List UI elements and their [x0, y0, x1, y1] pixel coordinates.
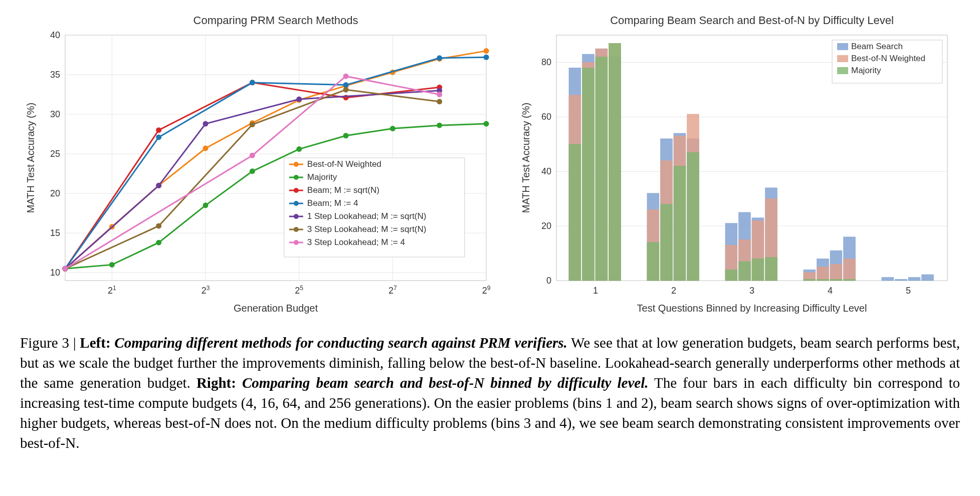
svg-text:Best-of-N Weighted: Best-of-N Weighted: [307, 159, 381, 169]
svg-rect-167: [922, 275, 934, 281]
svg-rect-161: [895, 279, 907, 281]
svg-rect-124: [660, 204, 672, 281]
svg-point-51: [156, 134, 161, 140]
svg-point-46: [156, 127, 161, 133]
svg-text:80: 80: [541, 57, 551, 67]
svg-point-55: [484, 55, 489, 60]
right-bar-chart: 02040608012345Comparing Beam Search and …: [516, 10, 957, 321]
svg-point-43: [437, 123, 442, 128]
svg-rect-155: [844, 259, 856, 281]
svg-point-78: [294, 175, 299, 180]
svg-text:20: 20: [50, 188, 60, 198]
svg-point-65: [437, 99, 442, 104]
figure-number: Figure 3: [20, 335, 69, 351]
svg-point-93: [294, 240, 299, 245]
svg-point-69: [437, 92, 442, 97]
svg-point-81: [294, 188, 299, 193]
svg-text:23: 23: [202, 285, 210, 296]
svg-text:2: 2: [671, 286, 676, 296]
svg-text:Best-of-N Weighted: Best-of-N Weighted: [851, 54, 925, 63]
svg-rect-143: [765, 258, 777, 281]
svg-text:20: 20: [541, 221, 551, 231]
svg-point-90: [294, 227, 299, 232]
svg-text:15: 15: [50, 228, 60, 238]
svg-rect-127: [674, 166, 686, 281]
svg-text:Generation Budget: Generation Budget: [234, 303, 318, 314]
svg-rect-179: [837, 67, 848, 74]
svg-text:0: 0: [546, 276, 551, 286]
svg-rect-150: [817, 279, 829, 281]
left-line-chart: 101520253035402123252729Comparing PRM Se…: [20, 10, 496, 321]
svg-rect-147: [804, 279, 816, 281]
svg-point-38: [203, 202, 209, 208]
svg-point-67: [250, 153, 255, 158]
figure-charts-row: 101520253035402123252729Comparing PRM Se…: [20, 10, 960, 321]
svg-point-36: [109, 262, 115, 268]
svg-text:3 Step Lookahead; M := 4: 3 Step Lookahead; M := 4: [307, 237, 405, 247]
caption-right-heading: Right:: [197, 375, 236, 391]
svg-text:25: 25: [50, 149, 60, 159]
svg-point-64: [343, 87, 349, 93]
svg-point-37: [156, 240, 161, 245]
svg-text:40: 40: [541, 166, 551, 176]
svg-text:Test Questions Binned by Incre: Test Questions Binned by Increasing Diff…: [637, 303, 867, 314]
svg-rect-177: [837, 55, 848, 62]
svg-point-39: [250, 168, 255, 174]
svg-text:3 Step Lookahead; M := sqrt(N): 3 Step Lookahead; M := sqrt(N): [307, 224, 427, 234]
svg-text:35: 35: [50, 70, 60, 80]
figure-caption: Figure 3 | Left: Comparing different met…: [20, 333, 960, 453]
svg-text:27: 27: [388, 285, 397, 296]
svg-text:1: 1: [593, 286, 598, 296]
svg-rect-153: [830, 279, 842, 281]
svg-point-54: [437, 55, 442, 61]
svg-rect-134: [725, 270, 737, 281]
svg-rect-137: [738, 262, 750, 281]
svg-text:5: 5: [906, 286, 911, 296]
svg-text:60: 60: [541, 112, 551, 122]
svg-text:29: 29: [482, 285, 491, 296]
svg-text:MATH Test Accuracy (%): MATH Test Accuracy (%): [25, 103, 36, 213]
svg-rect-117: [609, 43, 621, 281]
svg-rect-149: [817, 267, 829, 281]
svg-text:Majority: Majority: [851, 66, 881, 75]
svg-text:3: 3: [749, 286, 754, 296]
svg-point-42: [390, 126, 396, 131]
svg-rect-114: [596, 57, 608, 281]
svg-text:30: 30: [50, 109, 60, 119]
svg-point-62: [156, 223, 161, 228]
svg-rect-156: [844, 279, 856, 281]
svg-text:25: 25: [295, 285, 303, 296]
svg-rect-152: [830, 264, 842, 281]
svg-rect-121: [647, 242, 659, 281]
svg-text:Beam; M := 4: Beam; M := 4: [307, 198, 358, 208]
svg-text:Majority: Majority: [307, 172, 337, 182]
svg-rect-175: [837, 43, 848, 50]
svg-rect-164: [908, 277, 920, 281]
svg-point-34: [484, 48, 489, 54]
svg-point-57: [156, 183, 161, 188]
svg-text:4: 4: [828, 286, 833, 296]
svg-point-53: [343, 82, 349, 88]
svg-text:40: 40: [50, 30, 60, 40]
svg-text:Beam Search: Beam Search: [851, 42, 903, 51]
svg-rect-130: [687, 152, 699, 281]
svg-point-87: [294, 214, 299, 219]
svg-point-63: [250, 122, 255, 127]
caption-right-title: Comparing beam search and best-of-N binn…: [242, 375, 649, 391]
caption-left-heading: Left:: [80, 335, 110, 351]
svg-text:10: 10: [50, 268, 60, 278]
svg-text:Beam; M := sqrt(N): Beam; M := sqrt(N): [307, 185, 379, 195]
svg-point-68: [343, 74, 349, 79]
svg-rect-140: [752, 259, 764, 281]
svg-rect-158: [882, 277, 894, 281]
svg-text:1 Step Lookahead; M := sqrt(N): 1 Step Lookahead; M := sqrt(N): [307, 211, 427, 221]
svg-text:Comparing PRM Search Methods: Comparing PRM Search Methods: [193, 14, 358, 27]
svg-point-44: [484, 121, 489, 127]
svg-point-41: [343, 133, 349, 138]
svg-rect-108: [569, 144, 581, 281]
svg-rect-111: [582, 68, 594, 281]
svg-point-58: [203, 121, 209, 127]
svg-point-28: [203, 146, 209, 151]
svg-point-84: [294, 201, 299, 206]
svg-point-75: [294, 162, 299, 167]
